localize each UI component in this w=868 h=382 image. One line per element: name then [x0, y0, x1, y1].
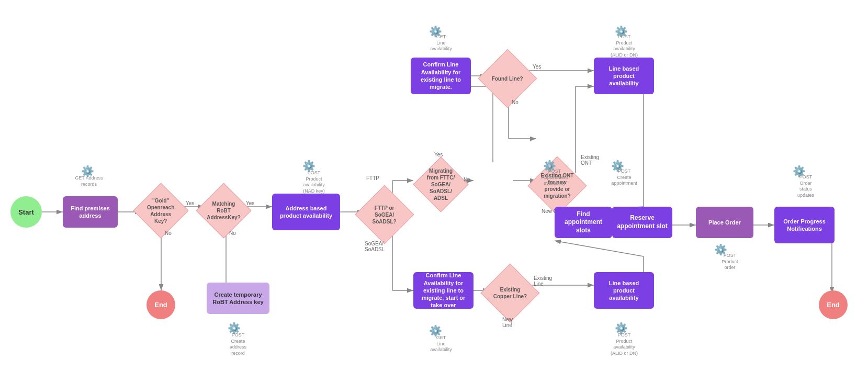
migrating-diamond: Migrating from FTTC/ SoGEA/ SoADSL/ ADSL: [413, 156, 468, 212]
post-order-status-label: POSTOrderstatusupdates: [785, 174, 827, 199]
place-order-node: Place Order: [696, 207, 753, 238]
find-slots-node: Find appointment slots: [555, 207, 612, 238]
start-node: Start: [10, 196, 42, 228]
line-based-bot-node: Line based product availability: [594, 272, 654, 309]
create-temp-node: Create temporary RoBT Address key: [207, 283, 269, 314]
matching-robt-diamond: Matching RoBT AddressKey?: [196, 183, 251, 238]
get-address-label: GET Address records: [68, 175, 110, 187]
post-create-address-label: POSTCreateaddressrecord: [217, 332, 259, 357]
migrating-yes-label: Yes: [434, 152, 443, 158]
post-product-alid-bot-label: POSTProductavailability(ALID or DN): [601, 332, 648, 357]
reserve-slot-node: Reserve appointment slot: [612, 207, 672, 238]
existing-ont-label: ExistingONT: [581, 154, 599, 166]
existing-copper-diamond: Existing Copper Line?: [480, 263, 539, 322]
post-appt-avail-label: POSTAppointmentavailability: [531, 168, 578, 187]
found-line-diamond: Found Line?: [478, 49, 537, 108]
found-line-no-label: No: [512, 99, 518, 105]
line-based-top-node: Line based product availability: [594, 58, 654, 94]
post-create-appt-label: POSTCreateappointment: [601, 168, 648, 187]
gold-key-no-label: No: [165, 230, 172, 236]
find-premises-node: Find premises address: [63, 196, 118, 228]
post-product-nad-label: POSTProductavailability(NAD key): [290, 170, 337, 195]
gold-key-yes-label: Yes: [186, 200, 194, 206]
confirm-line-sogea-node: Confirm Line Availability for existing l…: [413, 272, 474, 309]
new-line-label: NewLine: [502, 317, 513, 328]
fttp-label: FTTP: [366, 175, 379, 181]
sogea-label: SoGEA/SoADSL: [365, 241, 385, 252]
post-product-order-label: POSTProductorder: [709, 253, 751, 271]
fttp-sogea-diamond: FTTP or SoGEA/ SoADSL?: [355, 185, 414, 244]
end2-node: End: [819, 290, 848, 319]
found-line-yes-label: Yes: [533, 64, 541, 70]
start-label: Start: [18, 208, 34, 216]
get-line-bot-label: GETLineavailability: [423, 335, 459, 353]
gold-key-diamond: "Gold" Openreach Address Key?: [133, 183, 188, 238]
address-based-node: Address based product availability: [272, 194, 340, 230]
matching-robt-no-label: No: [229, 230, 236, 236]
end1-node: End: [146, 290, 175, 319]
existing-line-label: ExistingLine: [534, 275, 552, 287]
migrating-no-label: No: [464, 177, 470, 183]
svg-line-33: [555, 241, 644, 256]
matching-robt-yes-label: Yes: [246, 200, 254, 206]
flowchart-canvas: Start Find premises address ⚙️ GET Addre…: [0, 0, 868, 382]
confirm-line-top-node: Confirm Line Availability for existing l…: [411, 58, 471, 94]
order-progress-node: Order Progress Notifications: [774, 207, 835, 243]
post-product-alid-top-label: POSTProductavailability(ALID or DN): [601, 34, 648, 59]
get-line-top-label: GETLineavailability: [423, 34, 459, 52]
